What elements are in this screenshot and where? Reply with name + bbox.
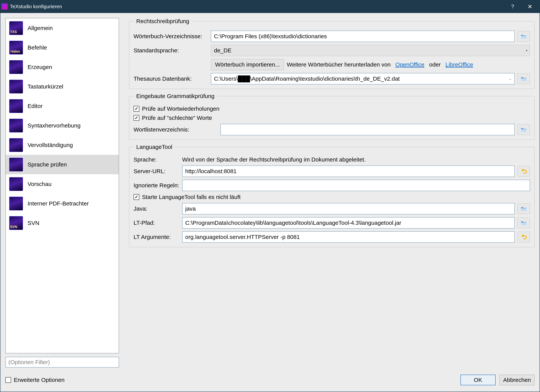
sidebar-icon-svn [9, 216, 23, 230]
lt-path-browse-button[interactable] [517, 217, 530, 228]
ok-button[interactable]: OK [460, 375, 496, 385]
lt-server-input[interactable] [182, 166, 515, 177]
advanced-label: Erweiterte Optionen [14, 377, 65, 383]
sidebar-label: Vervollständigung [28, 142, 73, 148]
download-dict-info: Weitere Wörterbücher herunterladen von O… [287, 61, 473, 68]
languagetool-group: LanguageTool Sprache: Wird von der Sprac… [129, 144, 535, 247]
folder-open-icon [521, 34, 527, 39]
titlebar: TeXstudio konfigurieren ? ✕ [0, 0, 540, 13]
sidebar-item-vorschau[interactable]: Vorschau [6, 174, 119, 194]
lt-java-input[interactable] [182, 203, 515, 215]
lt-java-browse-button[interactable] [517, 203, 530, 214]
lt-ignored-input[interactable] [182, 180, 530, 191]
sidebar-icon-tastatur [9, 80, 23, 93]
lt-start-label: Starte LanguageTool falls es nicht läuft [142, 194, 240, 200]
thesaurus-browse-button[interactable] [517, 74, 530, 84]
repetition-label: Prüfe auf Wortwiederholungen [142, 106, 220, 112]
lt-path-label: LT-Pfad: [134, 220, 180, 226]
sidebar-item-editor[interactable]: Editor [6, 96, 119, 116]
close-button[interactable]: ✕ [521, 0, 539, 13]
undo-arrow-icon [521, 169, 527, 174]
lt-server-label: Server-URL: [134, 168, 180, 175]
grammar-legend: Eingebaute Grammatikprüfung [134, 93, 216, 99]
sidebar-icon-syntax [9, 119, 23, 132]
sidebar-icon-befehle [9, 41, 23, 54]
config-window: TeXstudio konfigurieren ? ✕ Allgemein Be… [0, 0, 540, 392]
lt-server-reset-button[interactable] [517, 166, 530, 176]
lt-start-checkbox[interactable] [134, 194, 139, 200]
sidebar-label: Erzeugen [28, 64, 52, 70]
wordlist-label: Wortlistenverzeichnis: [134, 126, 218, 133]
sidebar-icon-sprache [9, 158, 23, 172]
folder-open-icon [521, 220, 527, 225]
sidebar-label: Interner PDF-Betrachter [28, 200, 89, 207]
sidebar-item-befehle[interactable]: Befehle [6, 38, 119, 57]
sidebar-label: Syntaxhervorhebung [28, 122, 80, 129]
grammar-group: Eingebaute Grammatikprüfung Prüfe auf Wo… [129, 93, 535, 140]
sidebar-icon-pdf [9, 197, 23, 211]
languagetool-legend: LanguageTool [134, 144, 174, 150]
help-button[interactable]: ? [504, 0, 521, 13]
sidebar-label: Allgemein [28, 25, 53, 31]
spellcheck-legend: Rechtschreibprüfung [134, 18, 191, 24]
dict-dirs-browse-button[interactable] [517, 31, 530, 42]
dict-dirs-input[interactable] [211, 31, 515, 42]
sidebar-label: Vorschau [28, 181, 51, 187]
undo-arrow-icon [521, 234, 527, 240]
default-lang-combo[interactable]: de_DE ▾ [211, 45, 530, 56]
options-filter-input[interactable] [5, 357, 119, 368]
dict-dirs-label: Wörterbuch-Verzeichnisse: [134, 33, 208, 39]
sidebar-icon-editor [9, 99, 23, 113]
app-icon [1, 3, 8, 10]
content-panel: Rechtschreibprüfung Wörterbuch-Verzeichn… [129, 18, 535, 368]
category-sidebar: Allgemein Befehle Erzeugen Tastaturkürze… [5, 18, 119, 353]
sidebar-item-pdf[interactable]: Interner PDF-Betrachter [6, 194, 119, 213]
dialog-button-bar: Erweiterte Optionen OK Abbrechen [5, 373, 535, 387]
wordlist-browse-button[interactable] [517, 124, 530, 135]
sidebar-item-svn[interactable]: SVN [6, 213, 119, 233]
libreoffice-link[interactable]: LibreOffice [445, 61, 473, 68]
sidebar-label: Editor [28, 103, 42, 109]
badwords-label: Prüfe auf "schlechte" Worte [142, 115, 212, 121]
lt-ignored-label: Ignorierte Regeln: [134, 182, 180, 189]
chevron-down-icon: ▾ [526, 49, 527, 52]
lt-java-label: Java: [134, 206, 180, 212]
thesaurus-value: C:\Users\███\AppData\Roaming\texstudio\d… [214, 75, 400, 82]
thesaurus-label: Thesaurus Datenbank: [134, 75, 208, 82]
window-title: TeXstudio konfigurieren [10, 4, 62, 10]
lt-path-input[interactable] [182, 217, 515, 229]
sidebar-icon-vorschau [9, 177, 23, 191]
wordlist-input[interactable] [220, 124, 515, 135]
badwords-checkbox[interactable] [134, 115, 139, 121]
sidebar-item-tastatur[interactable]: Tastaturkürzel [6, 77, 119, 96]
sidebar-item-vervoll[interactable]: Vervollständigung [6, 135, 119, 155]
thesaurus-combo[interactable]: C:\Users\███\AppData\Roaming\texstudio\d… [211, 73, 515, 84]
import-dict-button[interactable]: Wörterbuch importieren... [211, 59, 284, 70]
client-area: Allgemein Befehle Erzeugen Tastaturkürze… [0, 13, 540, 392]
folder-open-icon [521, 76, 527, 81]
repetition-checkbox[interactable] [134, 106, 139, 112]
lt-lang-label: Sprache: [134, 156, 180, 163]
sidebar-item-sprache[interactable]: Sprache prüfen [6, 155, 119, 174]
sidebar-icon-vervoll [9, 138, 23, 152]
cancel-button[interactable]: Abbrechen [500, 375, 535, 385]
chevron-down-icon: ⌄ [509, 77, 512, 81]
sidebar-item-erzeugen[interactable]: Erzeugen [6, 57, 119, 77]
lt-args-reset-button[interactable] [517, 232, 530, 242]
lt-args-input[interactable] [182, 231, 515, 243]
sidebar-label: Tastaturkürzel [28, 83, 63, 90]
spellcheck-group: Rechtschreibprüfung Wörterbuch-Verzeichn… [129, 18, 535, 89]
advanced-checkbox[interactable] [5, 377, 11, 383]
folder-open-icon [521, 127, 527, 132]
sidebar-item-syntax[interactable]: Syntaxhervorhebung [6, 116, 119, 135]
sidebar-item-allgemein[interactable]: Allgemein [6, 18, 119, 38]
openoffice-link[interactable]: OpenOffice [395, 61, 425, 68]
default-lang-value: de_DE [214, 47, 231, 54]
folder-open-icon [521, 206, 527, 211]
lt-args-label: LT Argumente: [134, 234, 180, 240]
lt-lang-value: Wird von der Sprache der Rechtschreibprü… [182, 156, 366, 163]
sidebar-label: Sprache prüfen [28, 161, 67, 168]
sidebar-label: SVN [28, 220, 40, 226]
sidebar-icon-erzeugen [9, 60, 23, 74]
sidebar-icon-allgemein [9, 21, 23, 35]
